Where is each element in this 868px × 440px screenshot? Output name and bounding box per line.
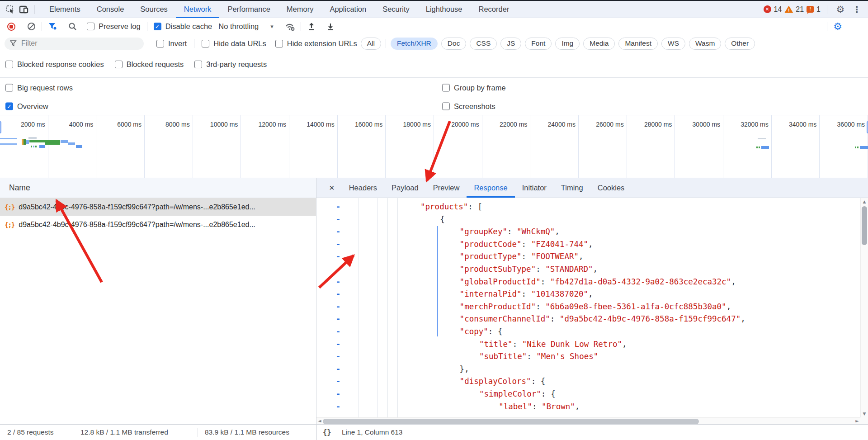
blocked-response-cookies-checkbox[interactable]: Blocked response cookies [5, 60, 104, 69]
fold-marker[interactable]: - [335, 238, 342, 251]
issues-badge[interactable]: ! 1 [807, 5, 821, 14]
export-har-icon[interactable] [324, 20, 337, 33]
type-pill-fetch-xhr[interactable]: Fetch/XHR [391, 38, 438, 50]
fold-marker[interactable]: - [335, 301, 342, 313]
code-line: -"displayColors": { [316, 375, 860, 388]
fold-marker[interactable]: - [335, 288, 342, 301]
inspect-element-icon[interactable] [4, 3, 17, 16]
main-tab-application[interactable]: Application [321, 1, 374, 18]
throttling-select[interactable]: No throttling ▾ [218, 22, 274, 31]
timeline-tick-label: 24000 ms [528, 121, 576, 128]
fold-marker[interactable]: - [335, 213, 342, 226]
details-tab-initiator[interactable]: Initiator [515, 178, 554, 198]
hide-data-urls-checkbox[interactable]: Hide data URLs [202, 39, 266, 48]
record-network-log-icon[interactable] [5, 20, 18, 33]
blocked-requests-checkbox[interactable]: Blocked requests [115, 60, 184, 69]
details-tab-headers[interactable]: Headers [342, 178, 384, 198]
vertical-scrollbar-thumb[interactable] [862, 206, 867, 245]
fold-marker[interactable]: - [335, 363, 342, 376]
fold-marker[interactable]: - [335, 251, 342, 263]
third-party-requests-checkbox[interactable]: 3rd-party requests [194, 60, 267, 69]
checkbox-unchecked[interactable] [87, 23, 94, 30]
details-tab-cookies[interactable]: Cookies [590, 178, 632, 198]
search-icon[interactable] [66, 20, 79, 33]
name-column-header[interactable]: Name [0, 178, 316, 198]
details-tab-response[interactable]: Response [467, 178, 514, 198]
fold-marker[interactable]: - [335, 263, 342, 276]
details-tab-timing[interactable]: Timing [554, 178, 590, 198]
network-overview-timeline[interactable]: 2000 ms4000 ms6000 ms8000 ms10000 ms1200… [0, 115, 868, 178]
type-pill-manifest[interactable]: Manifest [618, 38, 658, 50]
filter-input-box[interactable] [5, 38, 144, 50]
clear-network-log-icon[interactable] [24, 20, 38, 33]
close-details-icon[interactable]: × [326, 183, 338, 193]
group-by-frame-checkbox[interactable]: Group by frame [442, 83, 506, 92]
timeline-tick-label: 16000 ms [335, 121, 382, 128]
type-pill-css[interactable]: CSS [470, 38, 497, 50]
main-tabs: ElementsConsoleSourcesNetworkPerformance… [41, 1, 517, 18]
scroll-right-icon[interactable]: ► [855, 418, 859, 423]
throttling-value: No throttling [218, 22, 259, 31]
fold-marker[interactable]: - [335, 226, 342, 238]
invert-checkbox[interactable]: Invert [156, 39, 187, 48]
main-tab-network[interactable]: Network [176, 1, 220, 18]
code-line: -"simpleColor": { [316, 388, 860, 401]
fold-marker[interactable]: - [335, 313, 342, 326]
preserve-log-checkbox[interactable]: Preserve log [87, 22, 141, 31]
group-by-frame-label: Group by frame [454, 83, 506, 92]
main-tab-elements[interactable]: Elements [41, 1, 89, 18]
details-tab-payload[interactable]: Payload [384, 178, 426, 198]
main-tab-security[interactable]: Security [374, 1, 418, 18]
scroll-left-icon[interactable]: ◄ [318, 418, 321, 423]
main-tab-console[interactable]: Console [89, 1, 132, 18]
hide-extension-urls-checkbox[interactable]: Hide extension URLs [275, 39, 357, 48]
fold-marker[interactable]: - [335, 350, 342, 363]
error-badge[interactable]: ✕ 14 [764, 5, 782, 14]
main-tab-memory[interactable]: Memory [278, 1, 322, 18]
kebab-menu-icon[interactable]: ⋮ [850, 3, 863, 16]
timeline-left-handle[interactable] [0, 121, 1, 133]
fold-marker[interactable]: - [335, 388, 342, 401]
type-pill-ws[interactable]: WS [661, 38, 685, 50]
settings-gear-icon[interactable]: ⚙ [834, 3, 847, 16]
request-row[interactable]: {;}d9a5bc42-4b9c-4976-858a-f159cf99c647?… [0, 216, 316, 233]
main-tab-sources[interactable]: Sources [132, 1, 176, 18]
filter-input[interactable] [21, 39, 125, 47]
scroll-up-icon[interactable]: ▲ [861, 199, 868, 204]
type-pill-other[interactable]: Other [725, 38, 755, 50]
type-pill-img[interactable]: Img [555, 38, 580, 50]
fold-marker[interactable]: - [335, 201, 342, 213]
response-viewer[interactable]: -"products": [-{-"groupKey": "WhCkmQ",-"… [316, 198, 868, 425]
network-conditions-icon[interactable] [283, 20, 297, 33]
scroll-down-icon[interactable]: ▼ [861, 412, 868, 416]
fold-marker[interactable]: - [335, 326, 342, 338]
type-pill-media[interactable]: Media [583, 38, 615, 50]
fold-marker[interactable]: - [335, 401, 342, 413]
type-pill-doc[interactable]: Doc [441, 38, 467, 50]
warning-badge[interactable]: ! 21 [784, 5, 804, 14]
timeline-tick-label: 22000 ms [480, 121, 527, 128]
horizontal-scrollbar-thumb[interactable] [323, 419, 699, 424]
checkbox-checked[interactable] [154, 23, 161, 30]
big-request-rows-checkbox[interactable]: Big request rows [5, 83, 73, 92]
import-har-icon[interactable] [305, 20, 318, 33]
disable-cache-checkbox[interactable]: Disable cache [154, 22, 212, 31]
type-pill-all[interactable]: All [361, 38, 381, 50]
overview-checkbox[interactable]: Overview [5, 102, 48, 110]
main-tab-performance[interactable]: Performance [219, 1, 278, 18]
fold-marker[interactable]: - [335, 338, 342, 351]
device-toolbar-icon[interactable] [17, 3, 31, 16]
fold-marker[interactable]: - [335, 375, 342, 388]
type-pill-js[interactable]: JS [500, 38, 521, 50]
filter-toggle-icon[interactable] [46, 20, 59, 33]
type-pill-font[interactable]: Font [525, 38, 552, 50]
details-tab-preview[interactable]: Preview [426, 178, 467, 198]
vertical-scrollbar[interactable]: ▲ ▼ [860, 198, 868, 417]
fold-marker[interactable]: - [335, 276, 342, 289]
main-tab-recorder[interactable]: Recorder [471, 1, 518, 18]
network-settings-gear-icon[interactable]: ⚙ [831, 20, 844, 33]
request-row[interactable]: {;}d9a5bc42-4b9c-4976-858a-f159cf99c647?… [0, 198, 316, 216]
main-tab-lighthouse[interactable]: Lighthouse [418, 1, 471, 18]
type-pill-wasm[interactable]: Wasm [689, 38, 721, 50]
screenshots-checkbox[interactable]: Screenshots [442, 102, 495, 110]
